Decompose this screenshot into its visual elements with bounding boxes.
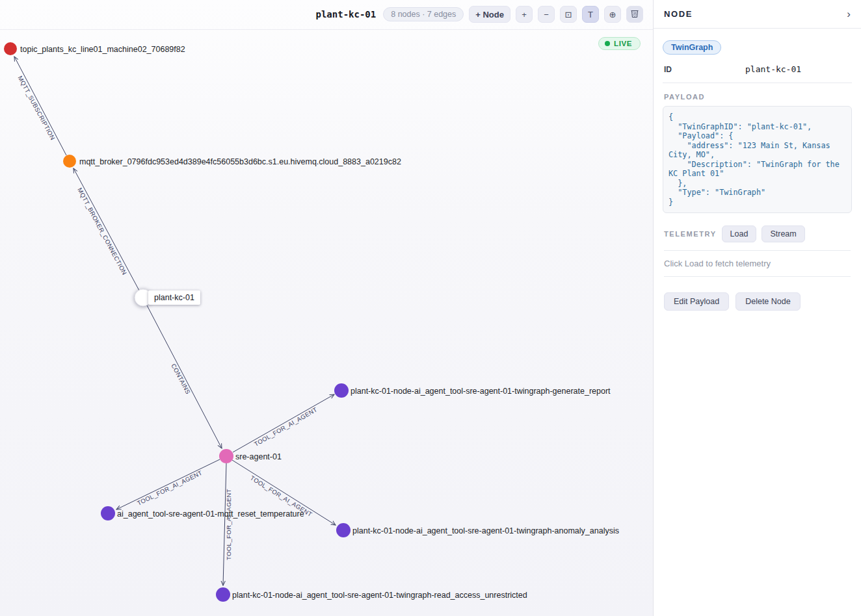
telemetry-section-label: TELEMETRY <box>664 230 717 238</box>
panel-body: TwinGraph ID plant-kc-01 PAYLOAD { "Twin… <box>654 29 861 311</box>
divider <box>664 276 851 277</box>
node-anomaly-analysis[interactable] <box>336 523 351 537</box>
edge-label: TOOL_FOR_AI_AGENT <box>136 469 204 507</box>
telemetry-row: TELEMETRY Load Stream <box>663 225 852 242</box>
node-label-topic: topic_plants_kc_line01_machine02_70689f8… <box>20 44 185 55</box>
node-type-badge: TwinGraph <box>663 40 721 55</box>
canvas-toolbar: plant-kc-01 8 nodes · 7 edges + Node + −… <box>315 6 643 23</box>
load-telemetry-button[interactable]: Load <box>722 225 757 242</box>
node-label-generate-report: plant-kc-01-node-ai_agent_tool-sre-agent… <box>351 386 611 396</box>
node-label-reset-temperature: ai_agent_tool-sre-agent-01-mqtt_reset_te… <box>117 509 304 519</box>
node-reset-temperature[interactable] <box>101 506 115 520</box>
node-count-badge: 8 nodes · 7 edges <box>383 7 464 21</box>
node-label-anomaly-analysis: plant-kc-01-node-ai_agent_tool-sre-agent… <box>352 526 619 536</box>
node-read-access[interactable] <box>216 587 230 602</box>
graph-svg: MQTT_SUBSCRIPTION MQTT_BROKER_CONNECTION… <box>0 0 653 616</box>
add-node-button[interactable]: + Node <box>469 6 510 23</box>
labels-toggle-button[interactable]: T <box>582 6 599 23</box>
edge-label: TOOL_FOR_AI_AGENT <box>253 405 319 448</box>
delete-node-button[interactable]: Delete Node <box>735 292 801 311</box>
id-value: plant-kc-01 <box>745 64 801 74</box>
node-inspector-panel: NODE › TwinGraph ID plant-kc-01 PAYLOAD … <box>653 0 861 616</box>
node-label-sre-agent: sre-agent-01 <box>235 452 282 462</box>
id-label: ID <box>664 65 745 74</box>
edge-label: MQTT_SUBSCRIPTION <box>17 75 57 142</box>
node-label-read-access: plant-kc-01-node-ai_agent_tool-sre-agent… <box>232 590 527 600</box>
edit-payload-button[interactable]: Edit Payload <box>664 292 729 311</box>
node-id-row: ID plant-kc-01 <box>663 55 852 83</box>
graph-title: plant-kc-01 <box>315 9 376 19</box>
node-actions-row: Edit Payload Delete Node <box>663 292 852 311</box>
node-label-plant: plant-kc-01 <box>148 290 200 305</box>
payload-section-label: PAYLOAD <box>664 93 851 101</box>
panel-title: NODE <box>664 9 693 19</box>
node-generate-report[interactable] <box>334 383 349 398</box>
center-view-button[interactable]: ⊕ <box>604 6 621 23</box>
node-label-mqtt-broker: mqtt_broker_0796fdc953ed4d389e4fc56055b3… <box>79 157 401 167</box>
fit-view-button[interactable]: ⊡ <box>560 6 577 23</box>
node-topic[interactable] <box>4 42 17 55</box>
payload-json-block: { "TwinGraphID": "plant-kc-01", "Payload… <box>663 106 852 213</box>
edge-label: MQTT_BROKER_CONNECTION <box>76 186 128 276</box>
node-sre-agent[interactable] <box>219 449 233 463</box>
edge-label: CONTAINS <box>170 363 192 396</box>
zoom-out-button[interactable]: − <box>538 6 555 23</box>
node-mqtt-broker[interactable] <box>63 155 76 168</box>
trash-button[interactable] <box>626 6 643 23</box>
edge-label: TOOL_FOR_AI_AGENT <box>225 489 232 560</box>
zoom-in-button[interactable]: + <box>516 6 533 23</box>
telemetry-hint-text: Click Load to fetch telemetry <box>663 251 852 268</box>
edge-mqtt-broker-connection[interactable] <box>73 168 139 290</box>
collapse-panel-icon[interactable]: › <box>847 8 851 19</box>
trash-icon <box>630 8 639 20</box>
graph-canvas[interactable]: plant-kc-01 8 nodes · 7 edges + Node + −… <box>0 0 653 616</box>
edge-mqtt-subscription[interactable] <box>14 57 66 155</box>
panel-header: NODE › <box>654 0 861 29</box>
app-window: plant-kc-01 8 nodes · 7 edges + Node + −… <box>0 0 861 616</box>
stream-telemetry-button[interactable]: Stream <box>762 225 804 242</box>
